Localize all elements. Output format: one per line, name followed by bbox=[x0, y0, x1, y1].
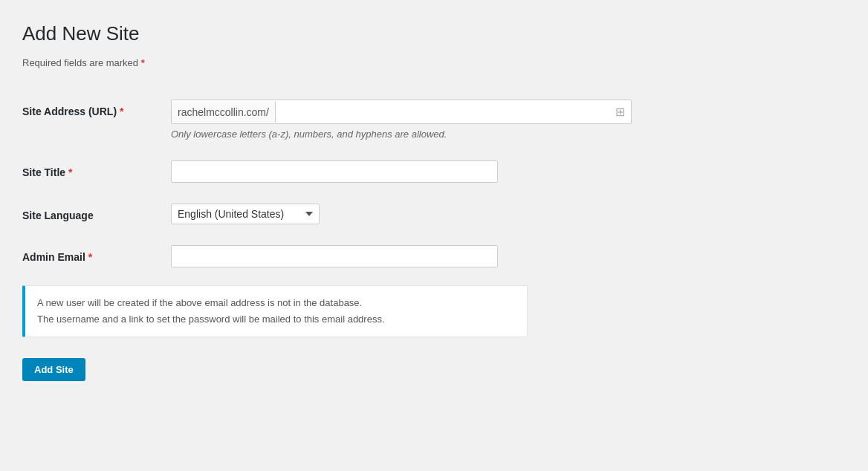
info-line-1: A new user will be created if the above … bbox=[37, 295, 515, 311]
site-title-field bbox=[171, 160, 691, 183]
site-title-row: Site Title * bbox=[22, 150, 691, 193]
info-line-2: The username and a link to set the passw… bbox=[37, 311, 515, 328]
expand-icon[interactable]: ⊞ bbox=[609, 100, 631, 123]
add-site-form: Site Address (URL) * rachelmccollin.com/… bbox=[22, 89, 691, 381]
page-title: Add New Site bbox=[22, 22, 846, 45]
site-language-row: Site Language English (United States)Eng… bbox=[22, 193, 691, 235]
url-prefix: rachelmccollin.com/ bbox=[172, 102, 276, 123]
site-address-row: Site Address (URL) * rachelmccollin.com/… bbox=[22, 89, 691, 150]
admin-email-input[interactable] bbox=[171, 245, 498, 267]
url-hint: Only lowercase letters (a-z), numbers, a… bbox=[171, 129, 691, 140]
add-site-button[interactable]: Add Site bbox=[22, 358, 85, 381]
site-language-label: Site Language bbox=[22, 204, 171, 221]
admin-email-required-star: * bbox=[88, 251, 92, 263]
site-address-label: Site Address (URL) * bbox=[22, 100, 171, 117]
admin-email-row: Admin Email * bbox=[22, 235, 691, 278]
required-note: Required fields are marked * bbox=[22, 57, 846, 68]
site-title-label: Site Title * bbox=[22, 160, 171, 178]
site-title-input[interactable] bbox=[171, 160, 498, 183]
admin-email-field bbox=[171, 245, 691, 267]
site-address-input[interactable] bbox=[276, 102, 609, 123]
site-language-select[interactable]: English (United States)English (UK)Frenc… bbox=[171, 204, 320, 224]
site-language-field: English (United States)English (UK)Frenc… bbox=[171, 204, 691, 224]
url-input-wrapper: rachelmccollin.com/ ⊞ bbox=[171, 100, 632, 124]
site-address-field: rachelmccollin.com/ ⊞ Only lowercase let… bbox=[171, 100, 691, 140]
site-title-required-star: * bbox=[68, 166, 72, 178]
info-box: A new user will be created if the above … bbox=[22, 285, 528, 337]
required-star: * bbox=[141, 57, 145, 68]
site-address-required-star: * bbox=[120, 105, 123, 117]
admin-email-label: Admin Email * bbox=[22, 245, 171, 263]
